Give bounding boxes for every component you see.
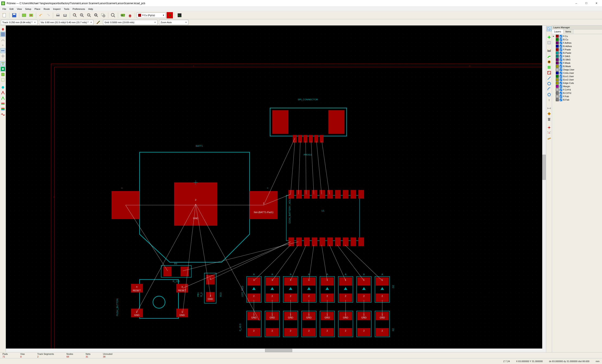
cursor-shape[interactable] [0,54,5,59]
mu-wave-toggle[interactable] [0,112,5,117]
layer-visibility-checkbox[interactable] [559,85,562,88]
layer-row-F.Cu[interactable]: ▶F.Cu [552,34,602,38]
menu-help[interactable]: Help [86,7,95,11]
ratsnest-toggle[interactable] [0,61,5,66]
layer-row-B.Cu[interactable]: B.Cu [552,38,602,41]
units-mm[interactable]: mm [0,48,5,53]
save-button[interactable] [11,12,17,18]
vias-sketch[interactable] [0,90,5,95]
layer-visibility-checkbox[interactable] [559,72,562,75]
local-ratsnest-tool[interactable] [547,40,552,45]
set-origin-tool[interactable] [547,125,552,130]
grid-selector[interactable]: Grid: 0.5000 mm (19.69 mils)▼ [103,20,157,25]
layer-list[interactable]: ▶F.CuB.CuF.AdhesB.AdhesF.PasteB.PasteF.S… [552,34,602,352]
route-track-tool[interactable] [547,54,552,59]
add-dimension-tool[interactable] [547,106,552,111]
layer-row-Dwgs.User[interactable]: Dwgs.User [552,68,602,71]
find-button[interactable] [110,12,116,18]
layer-visibility-checkbox[interactable] [559,38,562,41]
pads-sketch[interactable] [0,85,5,90]
draw-arc-tool[interactable] [547,86,552,92]
layer-visibility-checkbox[interactable] [559,78,562,81]
pcb-canvas[interactable]: 1 2 A BATT1 + 2 GND + 1 Net-(BATT1-Pad1)… [6,25,546,352]
layer-visibility-checkbox[interactable] [559,55,562,58]
layer-row-Cmts.User[interactable]: Cmts.User [552,71,602,75]
layer-row-F.SilkS[interactable]: F.SilkS [552,54,602,58]
layer-row-F.CrtYd[interactable]: F.CrtYd [552,88,602,91]
polar-toggle[interactable] [0,37,5,42]
close-button[interactable]: ✕ [591,0,601,6]
layer-row-B.Fab[interactable]: B.Fab [552,98,602,101]
layer-row-Edge.Cuts[interactable]: Edge.Cuts [552,81,602,85]
auto-track-button[interactable] [95,19,101,25]
add-text-tool[interactable]: T [547,97,552,102]
menu-place[interactable]: Place [33,7,42,11]
drc-button[interactable] [127,12,133,18]
layer-row-B.SilkS[interactable]: B.SilkS [552,58,602,61]
maximize-button[interactable]: ☐ [581,0,591,6]
add-via-tool[interactable] [547,59,552,64]
add-footprint-tool[interactable] [547,49,552,54]
canvas-vscroll[interactable] [542,25,546,349]
draw-polygon-tool[interactable] [547,92,552,97]
plot-button[interactable] [62,12,68,18]
layer-visibility-checkbox[interactable] [559,62,562,64]
draw-line-tool[interactable] [547,76,552,81]
menu-inspect[interactable]: Inspect [51,7,62,11]
layer-row-Margin[interactable]: Margin [552,85,602,88]
layer-visibility-checkbox[interactable] [559,75,562,78]
layer-visibility-checkbox[interactable] [559,65,562,68]
board-settings-button[interactable] [21,12,27,18]
layer-row-Eco1.User[interactable]: Eco1.User [552,75,602,78]
canvas-hscroll[interactable] [6,349,546,352]
layer-row-B.Adhes[interactable]: B.Adhes [552,44,602,48]
print-button[interactable] [55,12,61,18]
netlist-button[interactable]: NET [120,12,126,18]
track-width-selector[interactable]: Track: 0.250 mm (9.84 mils) *▼ [1,20,37,25]
tracks-sketch[interactable] [0,96,5,101]
zones-toggle[interactable] [0,72,5,77]
layers-stackup[interactable] [0,107,5,112]
select-tool[interactable] [547,26,552,31]
layer-visibility-checkbox[interactable] [559,92,562,95]
delete-tool[interactable] [547,117,552,122]
layer-visibility-checkbox[interactable] [559,52,562,54]
menu-route[interactable]: Route [42,7,51,11]
add-zone-tool[interactable] [547,65,552,70]
zoom-fit-button[interactable] [93,12,99,18]
layer-row-B.Mask[interactable]: B.Mask [552,64,602,68]
layer-row-B.Paste[interactable]: B.Paste [552,51,602,54]
menu-file[interactable]: File [1,7,8,11]
highlight-net-tool[interactable] [547,35,552,40]
zoom-redraw-button[interactable] [72,12,78,18]
layer-visibility-checkbox[interactable] [559,68,562,71]
ratsnest-curved[interactable] [0,66,5,72]
undo-button[interactable] [38,12,44,18]
redo-button[interactable] [45,12,51,18]
layer-row-F.Adhes[interactable]: F.Adhes [552,41,602,44]
layer-visibility-checkbox[interactable] [559,48,562,51]
layer-visibility-checkbox[interactable] [559,95,562,98]
scripting-button[interactable]: >_ [176,12,183,18]
drc-off-icon[interactable] [0,26,5,31]
draw-circle-tool[interactable] [547,81,552,86]
zoom-selector[interactable]: Zoom Auto▼ [159,20,188,25]
layer-visibility-checkbox[interactable] [559,58,562,61]
grid-toggle[interactable] [0,32,5,37]
layer-row-F.Fab[interactable]: F.Fab [552,95,602,98]
tab-layers[interactable]: Layers [552,30,563,34]
add-keepout-tool[interactable] [547,70,552,75]
measure-tool[interactable] [547,136,552,141]
layer-visibility-checkbox[interactable] [559,42,562,44]
menu-preferences[interactable]: Preferences [71,7,86,11]
zoom-selection-button[interactable] [100,12,106,18]
add-target-tool[interactable] [547,111,552,116]
module-editor-button[interactable] [28,12,34,18]
layer-visibility-checkbox[interactable] [559,82,562,85]
menu-view[interactable]: View [15,7,24,11]
layer-row-F.Paste[interactable]: F.Paste [552,48,602,51]
tab-items[interactable]: Items [563,30,573,34]
layer-visibility-checkbox[interactable] [559,35,562,38]
zones-outline[interactable] [0,77,5,82]
units-in[interactable]: in [0,43,5,48]
